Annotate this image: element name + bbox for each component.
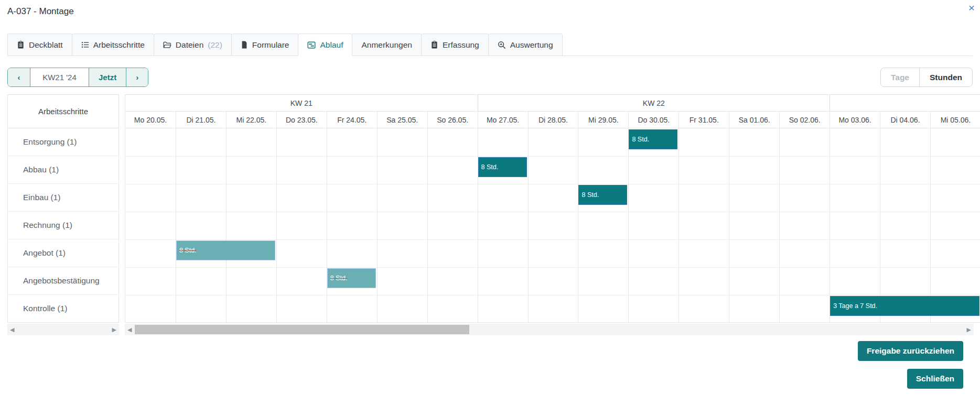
- grid-line: [176, 128, 176, 322]
- grid-line: [729, 128, 729, 322]
- tab-arbeitsschritte[interactable]: Arbeitsschritte: [72, 34, 154, 56]
- period-nav-group: ‹ KW21 '24 Jetzt ›: [7, 68, 148, 87]
- grid-line: [880, 128, 880, 322]
- grid-line: [679, 128, 679, 322]
- grid-line: [226, 128, 227, 322]
- tab-label: Auswertung: [510, 40, 553, 50]
- tab-count: (22): [208, 40, 222, 50]
- tab-deckblatt[interactable]: Deckblatt: [7, 34, 72, 56]
- period-label: KW21 '24: [30, 68, 89, 86]
- gantt-bar-label: 3 Tage a 7 Std.: [833, 302, 877, 310]
- day-header: Mo 20.05.: [125, 112, 176, 128]
- tab-label: Erfassung: [443, 40, 479, 50]
- gantt-row-label: Einbau (1): [8, 184, 119, 212]
- grid-line: [930, 128, 931, 322]
- gantt-bar[interactable]: 8 Std.: [176, 240, 275, 260]
- timeline-scrollbar[interactable]: ◀ ▶: [125, 324, 974, 335]
- gantt-row-label: Angebotsbestätigung: [8, 267, 119, 295]
- gantt-row-label: Entsorgung (1): [8, 128, 119, 156]
- scroll-right-icon[interactable]: ▶: [112, 327, 116, 333]
- gantt-bar[interactable]: 8 Std.: [578, 185, 627, 205]
- chevron-left-icon: ‹: [18, 73, 20, 82]
- freigabe-zurueckziehen-button[interactable]: Freigabe zurückziehen: [858, 341, 963, 361]
- next-week-button[interactable]: ›: [126, 68, 148, 86]
- tab-ablauf[interactable]: Ablauf: [298, 34, 352, 56]
- prev-week-button[interactable]: ‹: [8, 68, 30, 86]
- day-header: So 02.06.: [779, 112, 830, 128]
- gantt-row-label: Abbau (1): [8, 156, 119, 184]
- gantt-row-label: Rechnung (1): [8, 212, 119, 239]
- day-header: So 26.05.: [427, 112, 478, 128]
- week-header-row: KW 21KW 22: [125, 95, 980, 112]
- grid-line: [125, 295, 980, 295]
- now-button[interactable]: Jetzt: [89, 68, 126, 86]
- gantt-bar[interactable]: 8 Std.: [478, 157, 527, 177]
- tab-anmerkungen[interactable]: Anmerkungen: [352, 34, 422, 56]
- scroll-left-icon[interactable]: ◀: [10, 327, 14, 333]
- folder-icon: [163, 41, 171, 49]
- day-header: Mo 27.05.: [478, 112, 528, 128]
- day-header: Sa 01.06.: [729, 112, 779, 128]
- rows-scrollbar[interactable]: ◀ ▶: [7, 324, 119, 335]
- scrollbar-thumb[interactable]: [135, 325, 469, 334]
- gantt-bar-label: 8 Std.: [179, 247, 197, 254]
- close-icon[interactable]: ×: [968, 2, 975, 14]
- gantt-row-label: Kontrolle (1): [8, 295, 119, 323]
- gantt-chart: Arbeitsschritte Entsorgung (1)Abbau (1)E…: [0, 94, 980, 323]
- day-header: Di 21.05.: [176, 112, 226, 128]
- day-header: Mi 29.05.: [578, 112, 628, 128]
- day-header: Do 30.05.: [628, 112, 679, 128]
- tab-label: Formulare: [252, 40, 289, 50]
- toggle-tage[interactable]: Tage: [881, 68, 919, 86]
- week-group-header: [830, 95, 980, 111]
- grid-line: [528, 128, 529, 322]
- toggle-stunden[interactable]: Stunden: [919, 68, 972, 86]
- grid-line: [779, 128, 780, 322]
- rows-header: Arbeitsschritte: [8, 95, 119, 128]
- scroll-right-icon[interactable]: ▶: [967, 327, 971, 333]
- tab-formulare[interactable]: Formulare: [231, 34, 299, 56]
- gantt-bar-label: 8 Std.: [481, 163, 499, 171]
- tab-auswertung[interactable]: Auswertung: [488, 34, 563, 56]
- gantt-rows-panel: Arbeitsschritte Entsorgung (1)Abbau (1)E…: [7, 94, 119, 323]
- day-header: Mi 22.05.: [226, 112, 276, 128]
- gantt-timeline-panel: KW 21KW 22 Mo 20.05.Di 21.05.Mi 22.05.Do…: [125, 94, 980, 323]
- gantt-bar-label: 8 Std.: [581, 191, 599, 199]
- grid-line: [125, 212, 980, 212]
- grid-line: [628, 128, 629, 322]
- grid-line: [125, 184, 980, 184]
- day-header: Sa 25.05.: [377, 112, 427, 128]
- gantt-grid: 8 Std.8 Std.8 Std.8 Std.8 Std.3 Tage a 7…: [125, 128, 980, 322]
- grid-line: [276, 128, 277, 322]
- grid-line: [125, 267, 980, 268]
- gantt-row-label: Angebot (1): [8, 239, 119, 267]
- checklist-icon: [81, 41, 89, 49]
- day-header: Fr 24.05.: [327, 112, 377, 128]
- grid-line: [427, 128, 428, 322]
- week-group-header: KW 22: [478, 95, 830, 111]
- gantt-bar[interactable]: 3 Tage a 7 Std.: [830, 296, 979, 316]
- day-header: Di 04.06.: [880, 112, 930, 128]
- day-header-row: Mo 20.05.Di 21.05.Mi 22.05.Do 23.05.Fr 2…: [125, 112, 980, 128]
- gantt-bar-label: 8 Std.: [330, 275, 348, 282]
- day-header: Fr 31.05.: [679, 112, 729, 128]
- gantt-bar[interactable]: 8 Std.: [327, 268, 376, 288]
- scroll-left-icon[interactable]: ◀: [127, 327, 132, 333]
- tab-erfassung[interactable]: Erfassung: [421, 34, 489, 56]
- tab-dateien[interactable]: Dateien(22): [154, 34, 232, 56]
- tab-label: Ablauf: [320, 40, 343, 50]
- gantt-bar[interactable]: 8 Std.: [629, 129, 677, 149]
- timeline-toolbar: ‹ KW21 '24 Jetzt › Tage Stunden: [7, 68, 973, 87]
- day-header: Di 28.05.: [528, 112, 578, 128]
- grid-line: [327, 128, 327, 322]
- day-header: Mi 05.06.: [930, 112, 980, 128]
- dialog: A-037 - Montage × DeckblattArbeitsschrit…: [0, 0, 980, 395]
- gantt-bar-label: 8 Std.: [632, 136, 649, 143]
- zoom-in-icon: [498, 41, 506, 49]
- tab-bar: DeckblattArbeitsschritteDateien(22)Formu…: [7, 34, 973, 56]
- schliessen-button[interactable]: Schließen: [907, 369, 963, 389]
- grid-line: [125, 156, 980, 157]
- grid-line: [578, 128, 578, 322]
- grid-line: [377, 128, 378, 322]
- tab-label: Arbeitsschritte: [93, 40, 145, 50]
